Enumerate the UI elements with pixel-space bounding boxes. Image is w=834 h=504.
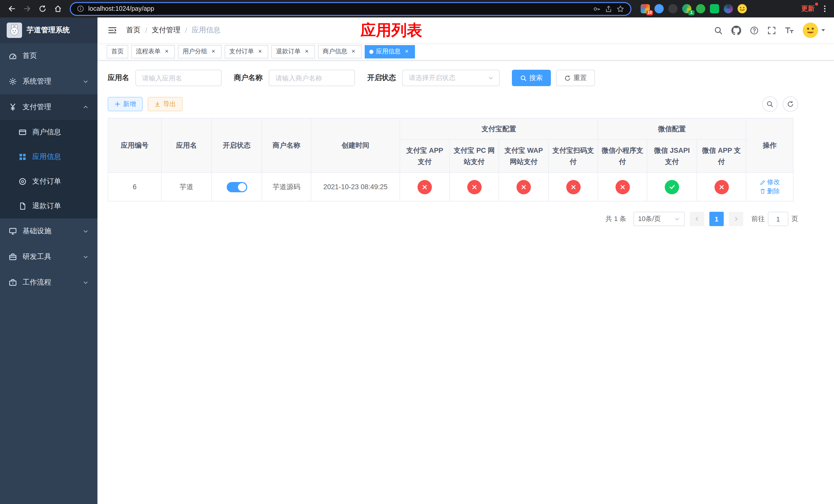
chrome-update-button[interactable]: 更新 — [798, 2, 818, 15]
extension-icon-5[interactable] — [696, 4, 705, 13]
sidebar-item-system[interactable]: 系统管理 — [0, 69, 97, 94]
sidebar-item-dev-tools[interactable]: 研发工具 — [0, 244, 97, 270]
share-icon[interactable] — [605, 5, 612, 13]
next-page-button[interactable] — [729, 212, 743, 226]
chevron-down-icon — [83, 78, 89, 85]
edit-icon — [760, 179, 766, 185]
close-icon[interactable]: × — [350, 48, 357, 55]
home-button[interactable] — [51, 2, 65, 15]
extension-icon-7[interactable] — [724, 4, 733, 13]
status-toggle[interactable] — [226, 182, 247, 192]
sidebar-item-workflow[interactable]: 工作流程 — [0, 270, 97, 295]
order-icon — [19, 177, 27, 186]
chrome-menu-button[interactable] — [821, 5, 829, 13]
password-key-icon[interactable] — [593, 5, 601, 13]
bookmark-star-icon[interactable] — [616, 5, 624, 13]
delete-button[interactable]: 删除 — [760, 187, 780, 196]
url-bar[interactable]: localhost:1024/pay/app — [70, 2, 631, 16]
export-button[interactable]: 导出 — [148, 97, 182, 111]
toggle-search-button[interactable] — [762, 96, 777, 112]
search-button[interactable]: 搜索 — [512, 70, 551, 86]
tab-refund-order[interactable]: 退款订单× — [271, 45, 315, 58]
tags-view: 首页 流程表单× 用户分组× 支付订单× 退款订单× 商户信息× 应用信息× — [97, 43, 834, 61]
extension-icon-3[interactable] — [668, 4, 678, 13]
page-size-select[interactable]: 10条/页 — [633, 212, 685, 226]
extension-icon-6[interactable] — [710, 4, 719, 13]
prev-page-button[interactable] — [690, 212, 704, 226]
sidebar-subitem-refund-order[interactable]: 退款订单 — [0, 194, 97, 219]
hamburger-icon — [108, 26, 117, 35]
github-icon[interactable] — [731, 25, 741, 35]
tab-process-form[interactable]: 流程表单× — [131, 45, 175, 58]
breadcrumb-separator: / — [185, 26, 187, 35]
extension-tray: 10 1 — [641, 4, 747, 13]
site-info-icon[interactable] — [77, 5, 84, 12]
sidebar-subitem-merchant-info[interactable]: 商户信息 — [0, 120, 97, 144]
sidebar-item-infrastructure[interactable]: 基础设施 — [0, 219, 97, 244]
close-icon[interactable]: × — [303, 48, 310, 55]
tab-home[interactable]: 首页 — [107, 45, 128, 58]
chevron-down-icon — [83, 228, 89, 234]
col-create-time: 创建时间 — [311, 118, 400, 173]
page-content: 应用名 商户名称 开启状态 请选择开启状态 搜索 重置 — [97, 61, 834, 504]
extension-icon-4[interactable]: 1 — [682, 4, 692, 13]
font-size-icon[interactable] — [785, 26, 794, 35]
close-icon[interactable]: × — [163, 48, 170, 55]
col-alipay-app: 支付宝 APP 支付 — [400, 140, 449, 173]
browser-window: localhost:1024/pay/app 10 1 更新 — [0, 0, 834, 504]
extension-icon-1[interactable]: 10 — [641, 4, 650, 13]
goto-page-input[interactable] — [768, 212, 788, 226]
edit-button[interactable]: 修改 — [760, 178, 780, 187]
reload-icon — [39, 5, 47, 13]
extension-badge: 1 — [688, 10, 695, 15]
refresh-table-button[interactable] — [783, 96, 798, 112]
refresh-icon — [787, 100, 794, 108]
pagination: 共 1 条 10条/页 1 前往 页 — [108, 212, 798, 226]
search-icon[interactable] — [714, 26, 723, 35]
user-avatar — [803, 23, 818, 38]
table-tools — [762, 96, 798, 112]
sidebar-subitem-app-info[interactable]: 应用信息 — [0, 144, 97, 169]
merchant-name-input[interactable] — [269, 70, 355, 86]
cell-alipay-qr — [549, 173, 598, 201]
home-icon — [54, 5, 62, 13]
goto-label: 前往 — [751, 214, 765, 224]
tab-pay-order[interactable]: 支付订单× — [225, 45, 268, 58]
status-label: 开启状态 — [367, 73, 396, 83]
rabbit-logo-icon — [8, 24, 21, 37]
page-number-1[interactable]: 1 — [709, 212, 724, 226]
close-icon[interactable]: × — [257, 48, 264, 55]
user-menu[interactable] — [803, 23, 826, 38]
back-button[interactable] — [5, 2, 19, 15]
status-select[interactable]: 请选择开启状态 — [402, 70, 500, 86]
close-icon[interactable]: × — [403, 48, 410, 55]
add-button[interactable]: 新增 — [108, 97, 142, 111]
url-text: localhost:1024/pay/app — [88, 5, 589, 12]
extension-emoji-icon[interactable] — [738, 4, 747, 13]
col-group-alipay: 支付宝配置 — [400, 118, 598, 140]
sidebar-subitem-pay-order[interactable]: 支付订单 — [0, 169, 97, 194]
tab-merchant-info[interactable]: 商户信息× — [318, 45, 361, 58]
fullscreen-icon[interactable] — [767, 26, 776, 35]
sidebar-toggle-button[interactable] — [106, 24, 119, 37]
sidebar-item-label: 退款订单 — [32, 202, 61, 211]
reset-button[interactable]: 重置 — [556, 70, 595, 86]
logo-row[interactable]: 芋道管理系统 — [0, 18, 97, 43]
sidebar-item-payment[interactable]: 支付管理 — [0, 94, 97, 120]
reload-button[interactable] — [36, 2, 49, 15]
gear-icon — [9, 77, 17, 86]
help-icon[interactable] — [750, 26, 759, 35]
close-icon[interactable]: × — [210, 48, 217, 55]
extension-icon-2[interactable] — [655, 4, 664, 13]
search-icon — [766, 100, 773, 108]
chevron-up-icon — [83, 104, 89, 110]
app-name-input[interactable] — [135, 70, 222, 86]
breadcrumb-payment[interactable]: 支付管理 — [152, 26, 180, 35]
tab-user-group[interactable]: 用户分组× — [178, 45, 222, 58]
sidebar-item-home[interactable]: 首页 — [0, 43, 97, 69]
forward-button[interactable] — [21, 2, 34, 15]
tab-app-info[interactable]: 应用信息× — [365, 45, 415, 58]
breadcrumb-home[interactable]: 首页 — [126, 26, 140, 35]
cell-alipay-wap — [499, 173, 549, 201]
chevron-right-icon — [733, 216, 739, 222]
